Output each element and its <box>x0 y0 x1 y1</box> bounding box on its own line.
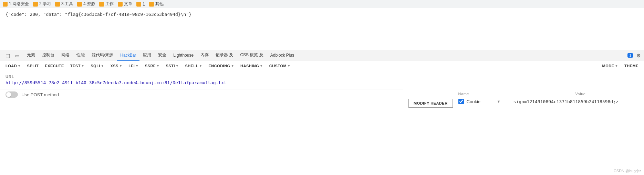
devtools-panel: ⬚ ▭ 元素 控制台 网络 性能 源代码/来源 HackBar 应用 安全 <box>0 50 644 110</box>
hashing-arrow: ▼ <box>260 64 263 68</box>
xss-arrow: ▼ <box>119 64 122 68</box>
bookmark-label-8: 其他 <box>155 1 164 7</box>
devtools-settings-icon[interactable]: ⚙ <box>634 51 643 60</box>
tab-performance[interactable]: 性能 <box>73 50 88 61</box>
folder-icon <box>136 2 141 7</box>
execute-button[interactable]: EXECUTE <box>42 62 66 69</box>
tab-sources[interactable]: 源代码/来源 <box>88 50 117 61</box>
page-response: {"code": 200, "data": "flag{c36d3cab-f7c… <box>0 8 644 50</box>
devtools-badge: 1 <box>627 53 633 58</box>
tab-console[interactable]: 控制台 <box>39 50 58 61</box>
name-col-label: Name <box>458 92 562 96</box>
encoding-arrow: ▼ <box>231 64 234 68</box>
tab-security[interactable]: 安全 <box>155 50 170 61</box>
folder-icon <box>99 2 104 7</box>
load-button[interactable]: LOAD ▼ <box>3 62 24 69</box>
sqli-arrow: ▼ <box>101 64 104 68</box>
header-row-0: Cookie ▼ — sign=1214910894c1371b811859b2… <box>458 99 638 104</box>
url-value[interactable]: http://859d5514-78e2-491f-b140-38c5e7dec… <box>6 80 638 85</box>
bookmark-item-3[interactable]: 3.工具 <box>55 1 73 7</box>
toggle-knob <box>6 92 11 97</box>
sqli-button[interactable]: SQLI ▼ <box>88 62 107 69</box>
tab-elements[interactable]: 元素 <box>23 50 39 61</box>
folder-icon <box>55 2 60 7</box>
modify-header-button[interactable]: MODIFY HEADER <box>408 99 453 108</box>
bookmark-label-1: 1.网络安全 <box>9 1 29 7</box>
bookmark-label-5: 工作 <box>105 1 114 7</box>
devtools-tabs-bar: ⬚ ▭ 元素 控制台 网络 性能 源代码/来源 HackBar 应用 安全 <box>0 50 644 61</box>
tab-network[interactable]: 网络 <box>58 50 73 61</box>
folder-icon <box>118 2 123 7</box>
load-arrow: ▼ <box>18 64 21 68</box>
bookmark-label-6: 文章 <box>124 1 132 7</box>
inspect-icon[interactable]: ⬚ <box>3 51 12 60</box>
bookmark-item-7[interactable]: 1 <box>136 2 145 7</box>
value-col-label: Value <box>575 92 586 96</box>
ssrf-arrow: ▼ <box>156 64 159 68</box>
tab-css-overview[interactable]: CSS 概览 及 <box>237 50 267 61</box>
tab-recorder[interactable]: 记录器 及 <box>212 50 237 61</box>
bookmark-item-5[interactable]: 工作 <box>99 1 114 7</box>
bookmark-item-8[interactable]: 其他 <box>149 1 164 7</box>
folder-icon <box>33 2 38 7</box>
header-name-0: Cookie <box>467 99 494 104</box>
folder-icon <box>77 2 82 7</box>
test-arrow: ▼ <box>81 64 84 68</box>
url-label: URL <box>6 75 638 79</box>
tab-memory[interactable]: 内存 <box>197 50 212 61</box>
bookmark-label-3: 3.工具 <box>61 1 73 7</box>
bookmark-label-2: 2.学习 <box>39 1 51 7</box>
bookmark-item-1[interactable]: 1.网络安全 <box>3 1 29 7</box>
tab-adblock[interactable]: Adblock Plus <box>267 50 298 61</box>
bookmark-item-2[interactable]: 2.学习 <box>33 1 51 7</box>
test-button[interactable]: TEST ▼ <box>67 62 87 69</box>
mode-button[interactable]: MODE ▼ <box>600 62 621 69</box>
hashing-button[interactable]: HASHING ▼ <box>238 62 266 69</box>
bookmark-item-4[interactable]: 4.资源 <box>77 1 95 7</box>
tab-lighthouse[interactable]: Lighthouse <box>170 50 197 61</box>
url-section: URL http://859d5514-78e2-491f-b140-38c5e… <box>0 71 644 89</box>
split-button[interactable]: SPLIT <box>24 62 42 69</box>
bookmark-label-4: 4.资源 <box>83 1 95 7</box>
bookmarks-bar: 1.网络安全 2.学习 3.工具 4.资源 工作 文章 1 其他 <box>0 0 644 8</box>
tab-application[interactable]: 应用 <box>139 50 155 61</box>
folder-icon <box>3 2 8 7</box>
ssti-button[interactable]: SSTI ▼ <box>163 62 182 69</box>
devtools-right-controls: 1 ⚙ <box>627 51 643 60</box>
devtools-icon-group: ⬚ ▭ <box>1 51 23 60</box>
post-section: Use POST method <box>0 89 403 100</box>
mode-arrow: ▼ <box>615 64 618 68</box>
ssti-arrow: ▼ <box>176 64 179 68</box>
header-dropdown-arrow[interactable]: ▼ <box>497 99 501 104</box>
lfi-button[interactable]: LFI ▼ <box>126 62 141 69</box>
theme-button[interactable]: THEME <box>622 62 641 69</box>
folder-icon <box>149 2 154 7</box>
lfi-arrow: ▼ <box>135 64 138 68</box>
shell-arrow: ▼ <box>199 64 202 68</box>
hackbar-toolbar: LOAD ▼ SPLIT EXECUTE TEST ▼ SQLI ▼ XSS ▼… <box>0 61 644 71</box>
xss-button[interactable]: XSS ▼ <box>107 62 125 69</box>
shell-button[interactable]: SHELL ▼ <box>182 62 205 69</box>
post-toggle[interactable] <box>6 91 18 98</box>
response-text: {"code": 200, "data": "flag{c36d3cab-f7c… <box>6 12 191 17</box>
bookmark-item-6[interactable]: 文章 <box>118 1 132 7</box>
header-checkbox-0[interactable] <box>458 99 464 104</box>
custom-arrow: ▼ <box>287 64 290 68</box>
post-label: Use POST method <box>21 92 59 97</box>
device-icon[interactable]: ▭ <box>13 51 21 60</box>
tab-hackbar[interactable]: HackBar <box>117 50 139 61</box>
header-value-0: sign=1214910894c1371b811859b24118598d;z <box>513 99 618 104</box>
custom-button[interactable]: CUSTOM ▼ <box>267 62 293 69</box>
encoding-button[interactable]: ENCODING ▼ <box>206 62 237 69</box>
header-name-value-section: Name Value Cookie ▼ — sign=1214910894c13… <box>458 92 638 104</box>
ssrf-button[interactable]: SSRF ▼ <box>142 62 163 69</box>
bookmark-label-7: 1 <box>143 2 145 7</box>
